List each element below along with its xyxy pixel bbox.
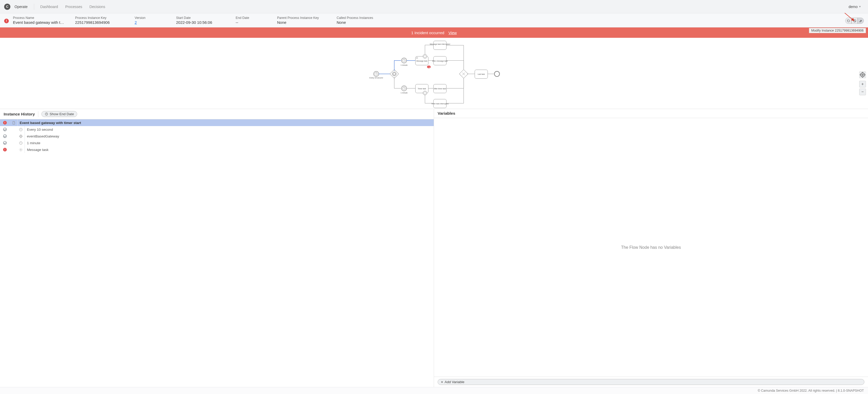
clock-icon (17, 126, 25, 133)
status-error-icon: ! (0, 121, 10, 125)
history-title: Instance History (4, 112, 35, 117)
svg-point-20 (423, 54, 427, 59)
label-called: Called Process Instances (337, 16, 386, 20)
svg-point-31 (423, 91, 427, 95)
diagram-last-task: Last task (477, 73, 485, 75)
diagram-after-msg: After message task (432, 60, 448, 62)
svg-rect-7 (390, 70, 399, 78)
value-start-date: 2022-09-30 10:56:06 (176, 20, 225, 25)
history-row-label: Every 10 second (27, 128, 53, 132)
svg-rect-22 (433, 41, 446, 50)
status-ok-icon (0, 134, 10, 138)
diagram-locate-button[interactable] (859, 71, 866, 78)
history-row-label: eventBasedGateway (27, 134, 59, 138)
footer: © Camunda Services GmbH 2022. All rights… (0, 387, 868, 394)
status-ok-icon (0, 128, 10, 131)
diagram-timer2-label: 1 minute (401, 92, 408, 94)
label-start-date: Start Date (176, 16, 225, 20)
diagram-msg-task: Message task (416, 60, 428, 62)
top-nav: C Operate Dashboard Processes Decisions … (0, 0, 868, 13)
history-list[interactable]: !Event based gateway with timer startEve… (0, 119, 434, 387)
label-end-date: End Date (236, 16, 267, 20)
user-menu[interactable]: demo ▾ (848, 5, 864, 9)
svg-point-40 (494, 71, 499, 77)
value-called: None (337, 20, 386, 25)
zoom-out-button[interactable]: − (859, 89, 866, 95)
svg-point-48 (21, 149, 22, 150)
chevron-down-icon: ▾ (859, 5, 861, 8)
add-variable-button[interactable]: + Add Variable (438, 379, 864, 385)
app-name: Operate (14, 5, 28, 9)
diagram-msg-int: Message task interrupted (430, 43, 450, 45)
value-end-date: -- (236, 20, 267, 25)
diagram-incident-badge: 1 (429, 66, 430, 68)
label-version: Version (135, 16, 166, 20)
history-row[interactable]: !Event based gateway with timer start (0, 119, 434, 126)
clock-icon (45, 112, 48, 116)
doc-icon (10, 119, 18, 126)
incident-view-link[interactable]: View (448, 31, 457, 35)
incident-indicator-icon: ! (4, 19, 9, 23)
plus-icon: + (441, 380, 443, 384)
status-error-icon: ! (0, 148, 10, 152)
value-version[interactable]: 2 (135, 20, 166, 25)
diagram-timer-task: Timer task (418, 88, 426, 90)
label-instance-key: Process Instance Key (75, 16, 124, 20)
status-ok-icon (0, 141, 10, 145)
zoom-in-button[interactable]: + (859, 81, 866, 88)
cancel-icon (853, 19, 856, 23)
variables-title: Variables (438, 111, 455, 116)
nav-decisions[interactable]: Decisions (89, 5, 105, 9)
diagram-timer1-label: 1 minute (401, 64, 408, 66)
diagram-timer-int: Timer task interrupted (431, 103, 449, 105)
instance-details-bar: ! Process Name Event based gateway with … (0, 13, 868, 27)
show-end-date-label: Show End Date (50, 112, 74, 116)
instance-actions (845, 18, 864, 24)
nav-dashboard[interactable]: Dashboard (40, 5, 58, 9)
svg-text:! 1: ! 1 (428, 66, 430, 68)
value-instance-key: 2251799813694906 (75, 20, 124, 25)
variables-empty: The Flow Node has no Variables (434, 118, 868, 376)
instance-history-panel: Instance History Show End Date !Event ba… (0, 109, 434, 387)
history-row-label: Message task (27, 148, 49, 152)
history-row-label: 1 minute (27, 141, 40, 145)
wrench-icon (859, 19, 863, 23)
incident-text: 1 Incident occurred (411, 31, 444, 35)
history-row[interactable]: Every 10 second (0, 126, 434, 133)
gateway-icon (17, 133, 25, 139)
modify-instance-button[interactable] (858, 18, 864, 24)
svg-point-46 (20, 136, 22, 137)
history-row[interactable]: eventBasedGateway (0, 133, 434, 139)
diagram-after-timer: After timer task (434, 88, 446, 90)
variables-panel: Variables The Flow Node has no Variables… (434, 109, 868, 387)
history-row-label: Event based gateway with timer start (20, 121, 81, 125)
diagram-start-label: Every 10 second (370, 77, 383, 79)
history-row[interactable]: 1 minute (0, 139, 434, 146)
gear-icon (17, 146, 25, 153)
cancel-button[interactable] (851, 18, 858, 24)
svg-point-42 (861, 73, 865, 77)
clock-icon (17, 139, 25, 146)
label-process-name: Process Name (13, 16, 65, 20)
incident-banner: 1 Incident occurred View (0, 27, 868, 38)
history-row[interactable]: !Message task (0, 146, 434, 153)
svg-point-41 (862, 74, 863, 75)
retry-icon (847, 19, 850, 23)
modify-tooltip: Modify Instance 2251799813694906 (809, 28, 866, 33)
nav-processes[interactable]: Processes (65, 5, 82, 9)
add-variable-label: Add Variable (445, 380, 464, 384)
bpmn-diagram[interactable]: Every 10 second 1 minute Message task ! … (0, 38, 868, 109)
label-parent-key: Parent Process Instance Key (277, 16, 326, 20)
svg-rect-45 (19, 135, 22, 138)
retry-button[interactable] (845, 18, 851, 24)
value-process-name: Event based gateway with tim… (13, 20, 65, 25)
value-parent-key: None (277, 20, 326, 25)
brand-logo: C (4, 4, 10, 10)
show-end-date-toggle[interactable]: Show End Date (41, 111, 78, 117)
user-name: demo (848, 5, 858, 9)
